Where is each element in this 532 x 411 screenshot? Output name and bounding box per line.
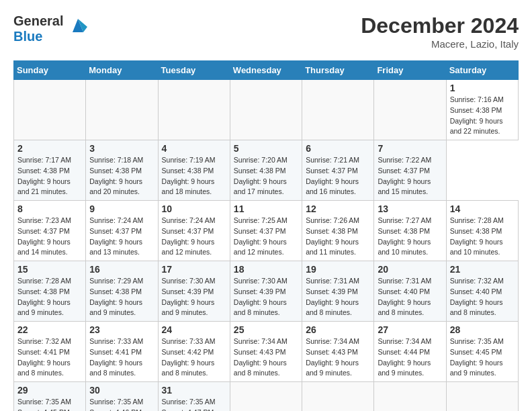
logo-icon — [66, 13, 90, 38]
day-info: Sunrise: 7:30 AMSunset: 4:39 PMDaylight:… — [162, 276, 226, 318]
calendar-header-wednesday: Wednesday — [230, 61, 302, 80]
day-info: Sunrise: 7:17 AMSunset: 4:38 PMDaylight:… — [17, 155, 82, 197]
day-info: Sunrise: 7:35 AMSunset: 4:47 PMDaylight:… — [162, 397, 226, 411]
calendar-week-row: 1Sunrise: 7:16 AMSunset: 4:38 PMDaylight… — [14, 80, 519, 140]
day-number: 9 — [89, 203, 154, 214]
calendar-header-saturday: Saturday — [446, 61, 518, 80]
empty-cell — [230, 382, 302, 412]
day-info: Sunrise: 7:33 AMSunset: 4:42 PMDaylight:… — [162, 336, 226, 379]
empty-cell — [374, 382, 446, 412]
day-info: Sunrise: 7:21 AMSunset: 4:37 PMDaylight:… — [306, 155, 370, 197]
calendar-header-friday: Friday — [374, 61, 446, 80]
day-number: 12 — [306, 203, 370, 214]
calendar-week-row: 2Sunrise: 7:17 AMSunset: 4:38 PMDaylight… — [14, 140, 519, 201]
day-number: 25 — [234, 324, 298, 335]
location-title: Macere, Lazio, Italy — [361, 38, 519, 50]
calendar-day-cell: 22Sunrise: 7:32 AMSunset: 4:41 PMDayligh… — [14, 322, 86, 382]
logo-text: General Blue — [13, 13, 63, 44]
empty-cell — [374, 80, 446, 140]
calendar-day-cell: 15Sunrise: 7:28 AMSunset: 4:38 PMDayligh… — [14, 261, 86, 322]
empty-cell — [446, 382, 518, 412]
logo-general: General — [13, 13, 63, 28]
calendar-day-cell: 27Sunrise: 7:34 AMSunset: 4:44 PMDayligh… — [374, 322, 446, 382]
calendar-week-row: 15Sunrise: 7:28 AMSunset: 4:38 PMDayligh… — [14, 261, 519, 322]
calendar-day-cell: 21Sunrise: 7:32 AMSunset: 4:40 PMDayligh… — [446, 261, 518, 322]
calendar-table: SundayMondayTuesdayWednesdayThursdayFrid… — [13, 60, 519, 411]
calendar-day-cell: 16Sunrise: 7:29 AMSunset: 4:38 PMDayligh… — [86, 261, 158, 322]
calendar-day-cell: 25Sunrise: 7:34 AMSunset: 4:43 PMDayligh… — [230, 322, 302, 382]
day-info: Sunrise: 7:28 AMSunset: 4:38 PMDaylight:… — [450, 216, 515, 258]
day-number: 13 — [378, 203, 442, 214]
day-info: Sunrise: 7:26 AMSunset: 4:38 PMDaylight:… — [306, 216, 370, 258]
day-info: Sunrise: 7:33 AMSunset: 4:41 PMDaylight:… — [89, 336, 154, 379]
day-info: Sunrise: 7:18 AMSunset: 4:38 PMDaylight:… — [89, 155, 154, 197]
day-number: 17 — [162, 264, 226, 275]
day-info: Sunrise: 7:31 AMSunset: 4:40 PMDaylight:… — [378, 276, 442, 318]
day-number: 3 — [89, 143, 154, 154]
day-number: 23 — [89, 324, 154, 335]
calendar-header-row: SundayMondayTuesdayWednesdayThursdayFrid… — [14, 61, 519, 80]
calendar-day-cell: 6Sunrise: 7:21 AMSunset: 4:37 PMDaylight… — [302, 140, 374, 201]
calendar-header-sunday: Sunday — [14, 61, 86, 80]
calendar-day-cell: 31Sunrise: 7:35 AMSunset: 4:47 PMDayligh… — [158, 382, 230, 412]
calendar-day-cell: 18Sunrise: 7:30 AMSunset: 4:39 PMDayligh… — [230, 261, 302, 322]
day-info: Sunrise: 7:20 AMSunset: 4:38 PMDaylight:… — [234, 155, 298, 197]
calendar-day-cell: 2Sunrise: 7:17 AMSunset: 4:38 PMDaylight… — [14, 140, 86, 201]
day-info: Sunrise: 7:22 AMSunset: 4:37 PMDaylight:… — [378, 155, 442, 197]
day-number: 10 — [162, 203, 226, 214]
day-number: 21 — [450, 264, 515, 275]
day-info: Sunrise: 7:28 AMSunset: 4:38 PMDaylight:… — [17, 276, 82, 318]
calendar-day-cell: 9Sunrise: 7:24 AMSunset: 4:37 PMDaylight… — [86, 201, 158, 261]
calendar-day-cell: 3Sunrise: 7:18 AMSunset: 4:38 PMDaylight… — [86, 140, 158, 201]
month-title: December 2024 — [361, 13, 519, 38]
calendar-day-cell: 7Sunrise: 7:22 AMSunset: 4:37 PMDaylight… — [374, 140, 446, 201]
day-info: Sunrise: 7:34 AMSunset: 4:44 PMDaylight:… — [378, 336, 442, 379]
day-number: 6 — [306, 143, 370, 154]
day-info: Sunrise: 7:35 AMSunset: 4:45 PMDaylight:… — [450, 336, 515, 379]
calendar-day-cell: 24Sunrise: 7:33 AMSunset: 4:42 PMDayligh… — [158, 322, 230, 382]
calendar-day-cell: 19Sunrise: 7:31 AMSunset: 4:39 PMDayligh… — [302, 261, 374, 322]
logo-blue: Blue — [13, 29, 42, 44]
calendar-header-monday: Monday — [86, 61, 158, 80]
empty-cell — [158, 80, 230, 140]
calendar-day-cell: 13Sunrise: 7:27 AMSunset: 4:38 PMDayligh… — [374, 201, 446, 261]
calendar-day-cell: 17Sunrise: 7:30 AMSunset: 4:39 PMDayligh… — [158, 261, 230, 322]
day-number: 16 — [89, 264, 154, 275]
day-info: Sunrise: 7:23 AMSunset: 4:37 PMDaylight:… — [17, 216, 82, 258]
calendar-header-thursday: Thursday — [302, 61, 374, 80]
day-info: Sunrise: 7:29 AMSunset: 4:38 PMDaylight:… — [89, 276, 154, 318]
day-info: Sunrise: 7:30 AMSunset: 4:39 PMDaylight:… — [234, 276, 298, 318]
day-info: Sunrise: 7:24 AMSunset: 4:37 PMDaylight:… — [89, 216, 154, 258]
day-number: 18 — [234, 264, 298, 275]
day-number: 2 — [17, 143, 82, 154]
empty-cell — [302, 80, 374, 140]
day-info: Sunrise: 7:19 AMSunset: 4:38 PMDaylight:… — [162, 155, 226, 197]
day-number: 19 — [306, 264, 370, 275]
calendar-day-cell: 1Sunrise: 7:16 AMSunset: 4:38 PMDaylight… — [446, 80, 518, 140]
calendar-day-cell: 28Sunrise: 7:35 AMSunset: 4:45 PMDayligh… — [446, 322, 518, 382]
calendar-header-tuesday: Tuesday — [158, 61, 230, 80]
day-number: 14 — [450, 203, 515, 214]
day-number: 7 — [378, 143, 442, 154]
calendar-day-cell: 23Sunrise: 7:33 AMSunset: 4:41 PMDayligh… — [86, 322, 158, 382]
day-info: Sunrise: 7:32 AMSunset: 4:40 PMDaylight:… — [450, 276, 515, 318]
day-number: 22 — [17, 324, 82, 335]
calendar-day-cell: 30Sunrise: 7:35 AMSunset: 4:46 PMDayligh… — [86, 382, 158, 412]
day-info: Sunrise: 7:24 AMSunset: 4:37 PMDaylight:… — [162, 216, 226, 258]
day-info: Sunrise: 7:25 AMSunset: 4:37 PMDaylight:… — [234, 216, 298, 258]
empty-cell — [86, 80, 158, 140]
calendar-day-cell: 26Sunrise: 7:34 AMSunset: 4:43 PMDayligh… — [302, 322, 374, 382]
day-number: 31 — [162, 385, 226, 396]
day-info: Sunrise: 7:16 AMSunset: 4:38 PMDaylight:… — [450, 95, 515, 137]
calendar-day-cell: 12Sunrise: 7:26 AMSunset: 4:38 PMDayligh… — [302, 201, 374, 261]
day-number: 27 — [378, 324, 442, 335]
title-block: December 2024 Macere, Lazio, Italy — [361, 13, 519, 50]
day-number: 11 — [234, 203, 298, 214]
calendar-day-cell: 5Sunrise: 7:20 AMSunset: 4:38 PMDaylight… — [230, 140, 302, 201]
day-number: 20 — [378, 264, 442, 275]
day-number: 24 — [162, 324, 226, 335]
day-number: 28 — [450, 324, 515, 335]
empty-cell — [302, 382, 374, 412]
calendar-day-cell: 20Sunrise: 7:31 AMSunset: 4:40 PMDayligh… — [374, 261, 446, 322]
calendar-day-cell: 4Sunrise: 7:19 AMSunset: 4:38 PMDaylight… — [158, 140, 230, 201]
